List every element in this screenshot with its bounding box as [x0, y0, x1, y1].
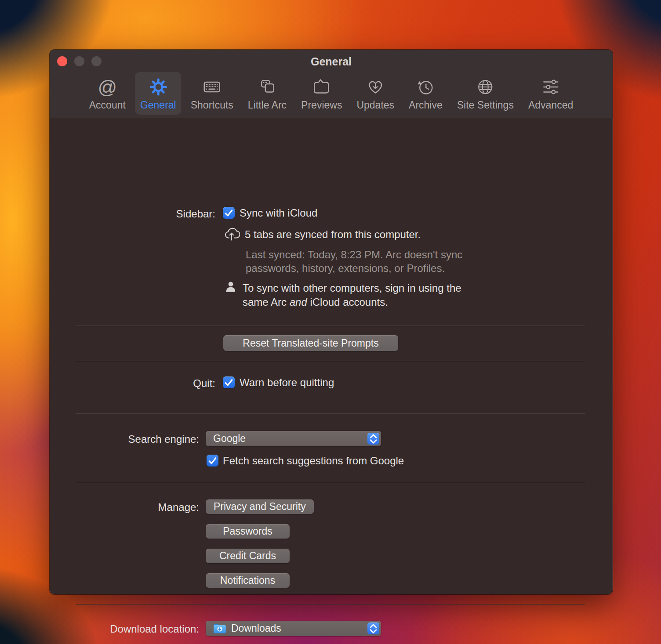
sync-icloud-checkbox-label[interactable]: Sync with iCloud [240, 206, 317, 220]
updates-heart-icon [363, 75, 388, 99]
page-title: General [50, 55, 613, 68]
sync-status-text: 5 tabs are synced from this computer. [245, 228, 421, 241]
last-synced-line: passwords, history, extensions, or Profi… [246, 261, 462, 275]
tab-site-settings[interactable]: Site Settings [452, 72, 519, 115]
tab-label: Advanced [528, 99, 573, 111]
download-location-value: Downloads [231, 622, 281, 634]
tab-account[interactable]: @ Account [84, 72, 131, 115]
titlebar: General @ Account [50, 50, 613, 118]
search-engine-row-label: Search engine: [50, 433, 199, 446]
tab-advanced[interactable]: Advanced [523, 72, 578, 115]
tab-archive[interactable]: Archive [403, 72, 448, 115]
at-icon: @ [94, 75, 120, 99]
person-icon [225, 281, 236, 294]
downloads-folder-icon [213, 623, 226, 634]
gear-icon [145, 75, 171, 99]
tab-label: Little Arc [248, 99, 287, 111]
tab-general[interactable]: General [135, 72, 182, 115]
sync-note-line: same Arc and iCloud accounts. [243, 295, 461, 309]
last-synced-line: Last synced: Today, 8:23 PM. Arc doesn't… [246, 248, 462, 261]
section-divider [76, 361, 585, 361]
tab-label: Site Settings [457, 99, 514, 111]
search-engine-value: Google [213, 433, 246, 445]
tab-label: Account [89, 99, 126, 111]
select-chevrons-icon [367, 622, 379, 634]
fetch-suggestions-checkbox[interactable] [207, 455, 218, 467]
checkmark-icon [207, 455, 218, 467]
search-engine-select[interactable]: Google [206, 431, 381, 446]
download-location-row-label: Download location: [50, 622, 199, 636]
keyboard-icon [199, 75, 225, 99]
tab-previews[interactable]: Previews [296, 72, 347, 115]
tab-label: Shortcuts [191, 99, 233, 111]
sliders-icon [538, 75, 563, 99]
section-divider [76, 604, 585, 604]
sync-note-text: To sync with other computers, sign in us… [243, 281, 461, 309]
sync-icloud-checkbox[interactable] [223, 207, 235, 219]
manage-row-label: Manage: [50, 501, 199, 514]
section-divider [76, 482, 585, 482]
little-arc-icon [254, 75, 280, 99]
sync-note-italic: and [290, 296, 307, 308]
tab-updates[interactable]: Updates [351, 72, 400, 115]
quit-row-label: Quit: [50, 377, 215, 390]
reset-translated-site-prompts-button[interactable]: Reset Translated-site Prompts [223, 335, 398, 351]
section-divider [76, 413, 585, 414]
warn-before-quitting-label[interactable]: Warn before quitting [240, 376, 334, 389]
notifications-button[interactable]: Notifications [206, 573, 290, 588]
settings-content: Sidebar: Sync with iCloud 5 tabs are syn… [50, 118, 613, 594]
privacy-and-security-button[interactable]: Privacy and Security [206, 499, 314, 514]
select-chevrons-icon [367, 433, 379, 445]
tab-label: Updates [356, 99, 394, 111]
desktop-background: { "window": { "title": "General" }, "too… [0, 0, 661, 644]
download-location-select[interactable]: Downloads [206, 621, 381, 636]
sync-note-part: iCloud accounts. [307, 296, 388, 308]
tab-shortcuts[interactable]: Shortcuts [185, 72, 239, 115]
credit-cards-button[interactable]: Credit Cards [206, 549, 290, 563]
passwords-button[interactable]: Passwords [206, 524, 290, 539]
sidebar-row-label: Sidebar: [50, 207, 215, 221]
checkmark-icon [223, 376, 235, 388]
warn-before-quitting-checkbox[interactable] [223, 376, 235, 388]
tab-little-arc[interactable]: Little Arc [243, 72, 292, 115]
fetch-suggestions-label[interactable]: Fetch search suggestions from Google [223, 454, 404, 467]
cloud-upload-icon [223, 226, 240, 242]
previews-icon [309, 75, 334, 99]
settings-window: General @ Account [50, 50, 613, 594]
globe-icon [472, 75, 498, 99]
sync-note-part: same Arc [243, 296, 290, 308]
last-synced-text: Last synced: Today, 8:23 PM. Arc doesn't… [246, 248, 462, 275]
toolbar: @ Account General [84, 72, 578, 115]
tab-label: Archive [409, 99, 443, 111]
clock-history-icon [413, 75, 438, 99]
sync-note-line: To sync with other computers, sign in us… [243, 281, 461, 295]
tab-label: Previews [301, 99, 342, 111]
checkmark-icon [223, 207, 235, 219]
section-divider [76, 326, 585, 326]
tab-label: General [140, 99, 176, 111]
